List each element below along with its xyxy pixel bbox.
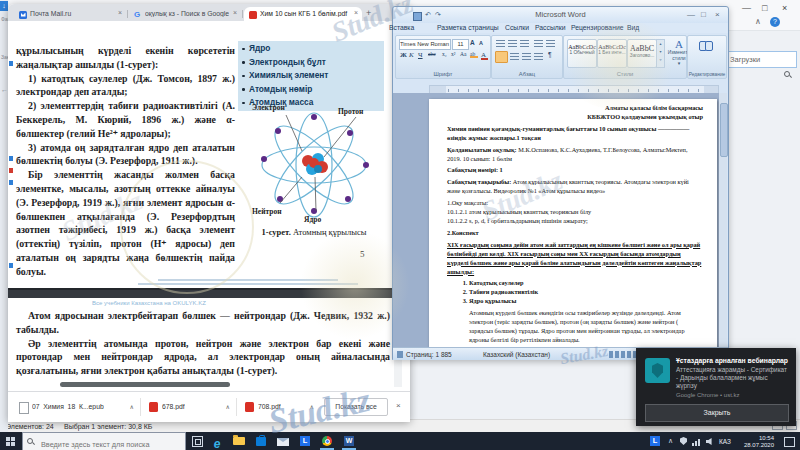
- file-explorer-icon[interactable]: [232, 434, 246, 448]
- document-page[interactable]: Алматы қаласы білім басқармасы КББЖТОО қ…: [429, 99, 717, 347]
- change-case-button[interactable]: Aa: [460, 51, 466, 57]
- word-titlebar: ↶ ↷ Microsoft Word — □ ×: [393, 7, 728, 23]
- save-icon[interactable]: [413, 12, 422, 21]
- font-color-button[interactable]: А: [481, 51, 486, 59]
- tray-l-icon[interactable]: L: [648, 434, 662, 448]
- horizontal-scrollbar-thumb[interactable]: [60, 382, 230, 387]
- shading-button[interactable]: [495, 51, 508, 63]
- align-center-icon[interactable]: [522, 53, 531, 60]
- bullet-list-icon[interactable]: [496, 40, 505, 47]
- tab-insert[interactable]: Вставка: [389, 24, 414, 31]
- undo-icon[interactable]: ↶: [425, 11, 431, 19]
- tab-review[interactable]: Рецензирование: [571, 24, 623, 31]
- word-maximize-button[interactable]: □: [701, 10, 706, 19]
- clock-date: 28.07.2020: [740, 442, 774, 449]
- tab-page-layout[interactable]: Разметка страницы: [437, 24, 499, 31]
- font-name-box[interactable]: Times New Roman ▾: [399, 39, 451, 50]
- fragment-file-menu[interactable]: Файл: [1, 16, 8, 22]
- chrome-taskbar-icon[interactable]: [320, 434, 334, 450]
- style-normal[interactable]: AaBbCcDc 1 Обычный: [567, 39, 597, 68]
- action-center-icon[interactable]: [784, 437, 795, 447]
- highlight-color-button[interactable]: ab: [470, 51, 475, 57]
- pdf-paragraph: 2) элементтердің табиғи радиоактивтілігі…: [16, 99, 235, 140]
- highlight-color-bar: [470, 56, 478, 59]
- volume-icon[interactable]: [706, 438, 714, 445]
- tab-mail-ru[interactable]: Почта Mail.ru ×: [14, 7, 126, 21]
- grow-font-icon[interactable]: А: [470, 39, 475, 46]
- download-item[interactable]: 07_Химия_18_К...epub ∧: [18, 397, 136, 417]
- shrink-font-icon[interactable]: А: [479, 40, 483, 46]
- superscript-button[interactable]: x²: [451, 51, 455, 57]
- view-switcher-icons[interactable]: [609, 351, 639, 358]
- tab-google-search[interactable]: G оқулық кз - Поиск в Google ×: [129, 7, 241, 21]
- edge-icon[interactable]: e: [210, 434, 224, 448]
- align-left-icon[interactable]: [510, 53, 519, 60]
- word-minimize-button[interactable]: —: [687, 10, 695, 19]
- hidden-icons-chevron[interactable]: ∧: [668, 437, 673, 445]
- explorer-help-icon[interactable]: ?: [770, 17, 780, 27]
- download-item[interactable]: 678.pdf ∧: [148, 397, 232, 417]
- word-vertical-scrollbar[interactable]: [719, 93, 727, 347]
- tab-close-icon[interactable]: ×: [354, 9, 358, 16]
- explorer-ribbon-collapse-icon[interactable]: ∧: [755, 17, 761, 26]
- strikethrough-button[interactable]: abc: [428, 51, 436, 57]
- explorer-search-input[interactable]: [728, 52, 800, 67]
- word-ribbon: Times New Roman ▾ 11 А А Ж К Ч abc x₂ x²…: [393, 33, 728, 83]
- tab-references[interactable]: Ссылки: [505, 24, 529, 31]
- new-tab-button[interactable]: +: [366, 8, 371, 18]
- network-icon[interactable]: [692, 439, 701, 446]
- download-item[interactable]: 708.pdf ∧: [244, 397, 316, 417]
- task-view-icon[interactable]: [192, 436, 203, 447]
- pdf-paragraph: 1) катодтық сәулелер (Дж. Томсон, 1897 ж…: [16, 72, 235, 100]
- store-icon[interactable]: [254, 434, 268, 448]
- style-name: 1 Обычный: [568, 50, 596, 55]
- bold-button[interactable]: Ж: [400, 51, 407, 59]
- download-chevron-icon[interactable]: ∧: [226, 403, 230, 410]
- increase-indent-icon[interactable]: [546, 40, 555, 47]
- taskbar-search-box[interactable]: [22, 432, 186, 450]
- l-app-icon[interactable]: L: [298, 434, 312, 448]
- taskbar-search-input[interactable]: [39, 439, 173, 450]
- defender-shield-icon[interactable]: [680, 437, 687, 445]
- l-glyph: L: [650, 436, 660, 446]
- downloads-bar-close-icon[interactable]: ×: [396, 401, 401, 410]
- store-glyph: [256, 437, 266, 446]
- word-window: ↶ ↷ Microsoft Word — □ × Вставка Разметк…: [392, 6, 729, 360]
- clock[interactable]: 10:54 28.07.2020: [740, 435, 774, 448]
- tab-close-icon[interactable]: ×: [118, 9, 122, 16]
- align-justify-icon[interactable]: [534, 53, 543, 60]
- tab-mailings[interactable]: Рассылки: [535, 24, 566, 31]
- tab-pdf-active[interactable]: Хим 10 сын КГБ 1 бөлім.pdf ×: [244, 7, 362, 21]
- download-chevron-icon[interactable]: ∧: [130, 403, 134, 410]
- show-all-downloads-button[interactable]: Показать все: [324, 398, 388, 416]
- italic-button[interactable]: К: [409, 51, 414, 59]
- language-indicator[interactable]: КАЗ: [719, 438, 731, 445]
- explorer-minimize-button[interactable]: —: [742, 3, 751, 13]
- underline-button[interactable]: Ч: [418, 51, 423, 59]
- tab-view[interactable]: Вид: [627, 24, 639, 31]
- download-arrow-icon[interactable]: ↓: [0, 1, 8, 11]
- find-binoculars-icon[interactable]: [699, 41, 713, 50]
- numbered-list-icon[interactable]: [508, 40, 517, 47]
- notification-close-button[interactable]: Закрыть: [645, 404, 789, 422]
- style-no-spacing[interactable]: AaBbCcDc 1 Без инте...: [597, 39, 627, 68]
- pdf-favicon-icon: [249, 11, 257, 19]
- start-button[interactable]: [6, 437, 15, 446]
- tab-close-icon[interactable]: ×: [233, 9, 237, 16]
- font-size-box[interactable]: 11: [452, 39, 469, 50]
- subscript-button[interactable]: x₂: [442, 51, 447, 57]
- download-chevron-icon[interactable]: ∧: [310, 403, 314, 410]
- word-language[interactable]: Казахский (Казахстан): [483, 351, 550, 358]
- mail-icon[interactable]: [276, 434, 290, 448]
- fragment-back-icon[interactable]: ←: [1, 86, 8, 93]
- decrease-indent-icon[interactable]: [534, 40, 543, 47]
- word-taskbar-icon[interactable]: W: [342, 434, 356, 450]
- word-scrollbar-thumb[interactable]: [720, 103, 728, 157]
- redo-icon[interactable]: ↷: [435, 11, 441, 19]
- style-heading[interactable]: AaBbC Заголово...: [627, 39, 657, 68]
- explorer-maximize-button[interactable]: □: [762, 3, 767, 13]
- word-close-button[interactable]: ×: [715, 10, 720, 19]
- multilevel-list-icon[interactable]: [520, 40, 529, 47]
- explorer-close-button[interactable]: ×: [782, 3, 787, 13]
- pilcrow-icon[interactable]: ¶: [548, 51, 552, 58]
